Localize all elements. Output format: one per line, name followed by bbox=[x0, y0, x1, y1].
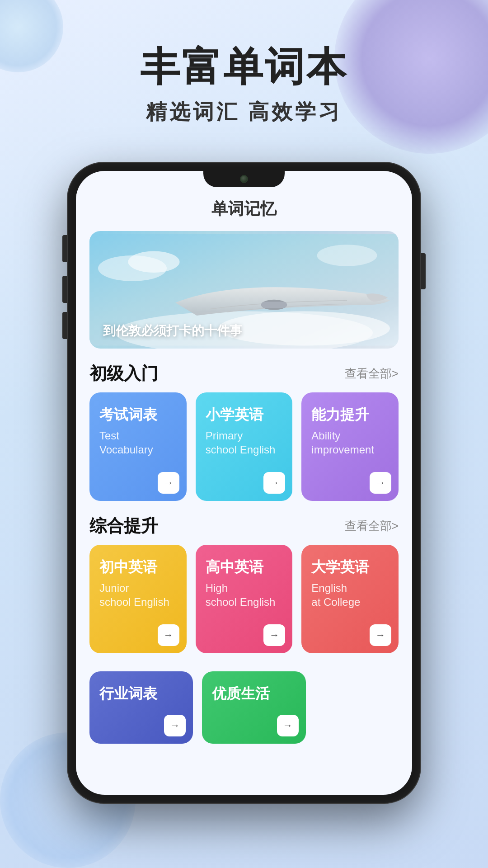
section1-header: 初级入门 查看全部> bbox=[76, 349, 412, 392]
card-industry-vocab[interactable]: 行业词表 → bbox=[89, 671, 193, 744]
card5-en: Highschool English bbox=[206, 581, 283, 609]
section2-more[interactable]: 查看全部> bbox=[345, 518, 399, 534]
screen-title: 单词记忆 bbox=[76, 193, 412, 220]
card3-cn: 能力提升 bbox=[311, 405, 389, 425]
section3-header bbox=[76, 653, 412, 671]
section2-title: 综合提升 bbox=[89, 514, 158, 538]
banner-image[interactable]: 到伦敦必须打卡的十件事 bbox=[89, 231, 399, 349]
svg-point-5 bbox=[218, 311, 390, 346]
camera-dot bbox=[240, 175, 248, 183]
card2-cn: 小学英语 bbox=[206, 405, 283, 425]
sub-title: 精选词汇 高效学习 bbox=[0, 98, 488, 126]
card4-en: Juniorschool English bbox=[99, 581, 177, 609]
card7-arrow[interactable]: → bbox=[164, 715, 186, 736]
card-college-english[interactable]: 大学英语 Englishat College → bbox=[301, 545, 399, 653]
card1-en: TestVocabulary bbox=[99, 429, 177, 457]
card1-arrow[interactable]: → bbox=[158, 472, 179, 494]
empty-slot bbox=[315, 671, 399, 744]
card6-arrow[interactable]: → bbox=[370, 624, 391, 646]
card-high-school-english[interactable]: 高中英语 Highschool English → bbox=[196, 545, 293, 653]
card8-arrow[interactable]: → bbox=[277, 715, 299, 736]
section2-header: 综合提升 查看全部> bbox=[76, 501, 412, 545]
section3-cards: 行业词表 → 优质生活 → bbox=[76, 671, 412, 744]
card2-en: Primaryschool English bbox=[206, 429, 283, 457]
phone-notch bbox=[203, 171, 285, 187]
card-ability-improvement[interactable]: 能力提升 Abilityimprovement → bbox=[301, 392, 399, 501]
card-primary-english[interactable]: 小学英语 Primaryschool English → bbox=[196, 392, 293, 501]
svg-point-2 bbox=[128, 251, 180, 273]
section2-cards: 初中英语 Juniorschool English → 高中英语 Highsch… bbox=[76, 545, 412, 653]
banner-text: 到伦敦必须打卡的十件事 bbox=[103, 322, 242, 340]
card-test-vocabulary[interactable]: 考试词表 TestVocabulary → bbox=[89, 392, 187, 501]
card8-cn: 优质生活 bbox=[212, 684, 296, 704]
header-section: 丰富单词本 精选词汇 高效学习 bbox=[0, 0, 488, 126]
phone-screen: 单词记忆 bbox=[76, 171, 412, 795]
card3-en: Abilityimprovement bbox=[311, 429, 389, 457]
card4-arrow[interactable]: → bbox=[158, 624, 179, 646]
card1-cn: 考试词表 bbox=[99, 405, 177, 425]
card2-arrow[interactable]: → bbox=[263, 472, 285, 494]
card6-cn: 大学英语 bbox=[311, 557, 389, 577]
card3-arrow[interactable]: → bbox=[370, 472, 391, 494]
card6-en: Englishat College bbox=[311, 581, 389, 609]
section1-more[interactable]: 查看全部> bbox=[345, 366, 399, 382]
svg-rect-7 bbox=[261, 302, 287, 308]
main-title: 丰富单词本 bbox=[0, 45, 488, 89]
card-quality-life[interactable]: 优质生活 → bbox=[202, 671, 305, 744]
phone-outer-frame: 单词记忆 bbox=[68, 163, 420, 803]
svg-point-3 bbox=[317, 245, 377, 266]
card7-cn: 行业词表 bbox=[99, 684, 183, 704]
screen-content: 单词记忆 bbox=[76, 171, 412, 795]
section1-cards: 考试词表 TestVocabulary → 小学英语 Primaryschool… bbox=[76, 392, 412, 501]
phone-mockup: 单词记忆 bbox=[68, 163, 420, 803]
section1-title: 初级入门 bbox=[89, 362, 158, 385]
card5-arrow[interactable]: → bbox=[263, 624, 285, 646]
card4-cn: 初中英语 bbox=[99, 557, 177, 577]
card5-cn: 高中英语 bbox=[206, 557, 283, 577]
card-junior-english[interactable]: 初中英语 Juniorschool English → bbox=[89, 545, 187, 653]
